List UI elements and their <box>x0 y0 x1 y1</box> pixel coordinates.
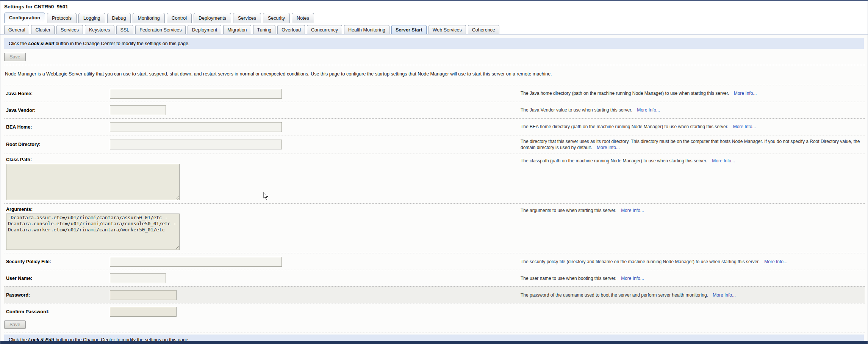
field-label-user-name: User Name: <box>4 276 110 281</box>
tab-monitoring[interactable]: Monitoring <box>133 13 164 23</box>
save-button[interactable]: Save <box>4 53 26 61</box>
tab-services[interactable]: Services <box>56 25 83 34</box>
tab-services[interactable]: Services <box>233 13 261 23</box>
more-info-link[interactable]: More Info... <box>637 107 660 113</box>
field-label-arguments: Arguments: <box>4 207 521 212</box>
tab-coherence[interactable]: Coherence <box>468 25 499 34</box>
bea-home-input[interactable] <box>110 122 282 132</box>
field-description: The arguments to use when starting this … <box>521 207 865 214</box>
field-cell <box>110 105 521 115</box>
change-center-notice: Click the Lock & Edit button in the Chan… <box>4 38 864 49</box>
class-path-textarea[interactable] <box>6 164 180 200</box>
more-info-link[interactable]: More Info... <box>621 276 644 281</box>
root-directory-input[interactable] <box>110 140 282 149</box>
field-cell <box>110 140 521 149</box>
more-info-link[interactable]: More Info... <box>597 145 620 150</box>
form-row-class-path: Class Path:The classpath (path on the ma… <box>4 154 865 203</box>
field-cell <box>110 290 521 300</box>
form-row-confirm-password: Confirm Password: <box>4 303 865 320</box>
form-row-password: Password:The password of the username us… <box>4 286 865 303</box>
weblogic-console-page: Settings for CNTR50_9501 ConfigurationPr… <box>0 0 868 344</box>
more-info-link[interactable]: More Info... <box>764 259 787 264</box>
lock-and-edit-emphasis: Lock & Edit <box>28 41 54 46</box>
description-text: The directory that this server uses as i… <box>521 139 860 150</box>
separator <box>4 65 865 65</box>
notice-text: Click the <box>9 41 28 46</box>
field-cell <box>110 257 521 267</box>
confirm-password-input[interactable] <box>110 307 177 317</box>
tab-health-monitoring[interactable]: Health Monitoring <box>344 25 389 34</box>
tab-concurrency[interactable]: Concurrency <box>307 25 342 34</box>
field-label-java-vendor: Java Vendor: <box>4 108 110 113</box>
field-description: The directory that this server uses as i… <box>521 138 865 151</box>
more-info-link[interactable]: More Info... <box>713 292 736 298</box>
password-input[interactable] <box>110 290 177 300</box>
tab-tuning[interactable]: Tuning <box>253 25 276 34</box>
tab-debug[interactable]: Debug <box>107 13 131 23</box>
tab-logging[interactable]: Logging <box>78 13 105 23</box>
more-info-link[interactable]: More Info... <box>734 91 757 96</box>
form-row-bea-home: BEA Home:The BEA home directory (path on… <box>4 118 865 135</box>
description-text: The user name to use when booting this s… <box>521 276 618 281</box>
tab-protocols[interactable]: Protocols <box>47 13 77 23</box>
field-cell <box>110 273 521 283</box>
field-label-class-path: Class Path: <box>4 157 521 162</box>
form-row-arguments: Arguments:-Dcantara.assur.etc=/u01/rinam… <box>4 203 865 253</box>
tab-overload[interactable]: Overload <box>277 25 305 34</box>
field-label-security-policy-file: Security Policy File: <box>4 259 110 264</box>
field-description: The security policy file (directory and … <box>521 259 865 265</box>
field-description: The Java Vendor value to use when starti… <box>521 107 865 113</box>
arguments-textarea[interactable]: -Dcantara.assur.etc=/u01/rinami/cantara/… <box>6 214 180 250</box>
tab-security[interactable]: Security <box>263 13 290 23</box>
form-row-user-name: User Name:The user name to use when boot… <box>4 270 865 286</box>
description-text: The arguments to use when starting this … <box>521 208 618 213</box>
field-description: The password of the username used to boo… <box>521 292 865 298</box>
field-label-password: Password: <box>4 292 110 298</box>
form-row-java-vendor: Java Vendor:The Java Vendor value to use… <box>4 102 865 118</box>
tab-control[interactable]: Control <box>167 13 192 23</box>
more-info-link[interactable]: More Info... <box>733 124 756 129</box>
field-cell <box>110 122 521 132</box>
notice-text: button in the Change Center to modify th… <box>54 41 189 46</box>
tab-notes[interactable]: Notes <box>292 13 314 23</box>
security-policy-file-input[interactable] <box>110 257 282 267</box>
secondary-tab-bar: GeneralClusterServicesKeystoresSSLFedera… <box>0 23 868 35</box>
tab-ssl[interactable]: SSL <box>116 25 134 34</box>
description-text: The security policy file (directory and … <box>521 259 761 264</box>
tab-federation-services[interactable]: Federation Services <box>135 25 186 34</box>
tab-web-services[interactable]: Web Services <box>429 25 466 34</box>
description-text: The password of the username used to boo… <box>521 292 709 298</box>
more-info-link[interactable]: More Info... <box>712 158 735 163</box>
form-row-root-directory: Root Directory:The directory that this s… <box>4 135 865 154</box>
tab-server-start[interactable]: Server Start <box>391 25 427 34</box>
tab-configuration[interactable]: Configuration <box>4 13 45 23</box>
field-label-bea-home: BEA Home: <box>4 124 110 130</box>
tab-deployment[interactable]: Deployment <box>188 25 221 34</box>
field-label-confirm-password: Confirm Password: <box>4 309 110 314</box>
form-row-java-home: Java Home:The Java home directory (path … <box>4 85 865 102</box>
tab-keystores[interactable]: Keystores <box>85 25 114 34</box>
field-label-java-home: Java Home: <box>4 91 110 96</box>
save-button-bottom[interactable]: Save <box>4 320 26 329</box>
description-text: The classpath (path on the machine runni… <box>521 158 708 163</box>
page-content: Click the Lock & Edit button in the Chan… <box>0 35 868 344</box>
field-cell <box>110 307 521 317</box>
form-row-security-policy-file: Security Policy File:The security policy… <box>4 253 865 270</box>
page-title: Settings for CNTR50_9501 <box>0 1 868 11</box>
tab-cluster[interactable]: Cluster <box>31 25 55 34</box>
user-name-input[interactable] <box>110 273 166 283</box>
server-start-form: Java Home:The Java home directory (path … <box>4 85 865 320</box>
description-text: The Java home directory (path on the mac… <box>521 91 730 96</box>
field-cell <box>110 89 521 99</box>
tab-migration[interactable]: Migration <box>223 25 251 34</box>
page-bottom-bar <box>0 341 868 344</box>
description-text: The BEA home directory (path on the mach… <box>521 124 730 129</box>
primary-tab-bar: ConfigurationProtocolsLoggingDebugMonito… <box>0 11 868 23</box>
description-text: The Java Vendor value to use when starti… <box>521 107 633 113</box>
tab-general[interactable]: General <box>4 25 29 34</box>
tab-deployments[interactable]: Deployments <box>194 13 231 23</box>
java-vendor-input[interactable] <box>110 105 166 115</box>
field-label-root-directory: Root Directory: <box>4 142 110 147</box>
more-info-link[interactable]: More Info... <box>621 208 644 213</box>
java-home-input[interactable] <box>110 89 282 99</box>
